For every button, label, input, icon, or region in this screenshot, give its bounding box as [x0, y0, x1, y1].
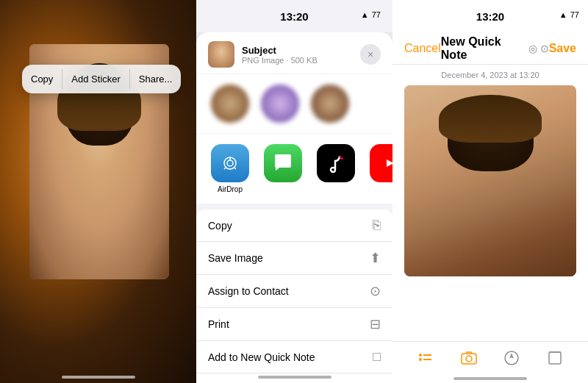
bottom-toolbar [392, 341, 588, 371]
status-bar-share: 13:20 ▲ 77 [196, 0, 392, 32]
cancel-button[interactable]: Cancel [404, 42, 441, 55]
toolbar-list-icon[interactable] [417, 349, 434, 371]
status-icons-share: ▲ 77 [361, 10, 381, 19]
status-bar-note: 13:20 ▲ 77 [392, 0, 588, 32]
battery-icon-note: 77 [570, 10, 579, 19]
sheet-header-thumbnail [208, 41, 234, 68]
action-print[interactable]: Print ⊟ [196, 308, 392, 341]
actions-list: Copy ⎘ Save Image ⬆ Assign to Contact ⊙ … [196, 210, 392, 383]
context-menu-share[interactable]: Share... [129, 69, 182, 89]
toolbar-crop-icon[interactable] [546, 349, 564, 371]
note-title-icon: ◎ [528, 43, 537, 54]
action-save-image-label: Save Image [208, 252, 263, 264]
contact-item-3[interactable] [311, 85, 349, 123]
sheet-header-text: Subject PNG Image · 500 KB [242, 45, 360, 65]
time-note: 13:20 [476, 10, 504, 23]
home-bar-note [453, 377, 527, 380]
app-youtube[interactable] [370, 144, 392, 193]
home-bar [62, 376, 135, 379]
sheet-header: Subject PNG Image · 500 KB × [196, 32, 392, 74]
airdrop-icon [211, 144, 249, 182]
action-save-image[interactable]: Save Image ⬆ [196, 242, 392, 275]
sheet-subject: Subject [242, 45, 360, 56]
context-menu: Copy Add Sticker Share... [22, 65, 181, 93]
action-print-icon: ⊟ [370, 316, 381, 332]
panel-photo: Copy Add Sticker Share... [0, 0, 196, 383]
share-sheet: Subject PNG Image · 500 KB × [196, 32, 392, 383]
apps-row: AirDrop [196, 134, 392, 204]
save-button[interactable]: Save [549, 42, 576, 55]
action-assign-icon: ⊙ [370, 283, 381, 299]
svg-rect-8 [462, 354, 476, 364]
action-copy-icon: ⎘ [373, 218, 381, 233]
action-assign-contact[interactable]: Assign to Contact ⊙ [196, 275, 392, 308]
sheet-close-button[interactable]: × [360, 44, 381, 65]
svg-point-9 [466, 356, 472, 362]
messages-icon [264, 144, 302, 182]
toolbar-navigate-icon[interactable] [503, 349, 520, 371]
app-tiktok[interactable] [317, 144, 355, 193]
contact-avatar-1 [211, 85, 249, 123]
sheet-meta: PNG Image · 500 KB [242, 56, 360, 65]
home-bar-share [258, 376, 331, 379]
contact-avatar-3 [311, 85, 349, 123]
note-image-container [404, 85, 576, 276]
context-menu-copy[interactable]: Copy [22, 69, 62, 89]
app-airdrop[interactable]: AirDrop [211, 144, 249, 193]
airdrop-label: AirDrop [218, 185, 243, 193]
action-print-label: Print [208, 318, 229, 330]
nav-title-area: New Quick Note ◎ ⊙ [441, 35, 549, 62]
svg-point-5 [419, 358, 422, 361]
note-title-share-icon: ⊙ [540, 43, 549, 54]
contacts-row [196, 74, 392, 133]
contact-avatar-2 [261, 85, 299, 123]
app-messages[interactable] [264, 144, 302, 193]
svg-point-4 [419, 354, 422, 357]
note-title: New Quick Note [441, 35, 526, 62]
status-icons-note: ▲ 77 [559, 10, 579, 19]
svg-rect-12 [549, 352, 561, 364]
action-save-image-icon: ⬆ [370, 250, 381, 266]
action-quick-note-icon: □ [373, 349, 381, 365]
nav-bar: Cancel New Quick Note ◎ ⊙ Save [392, 32, 588, 65]
action-quick-note-label: Add to New Quick Note [208, 351, 315, 363]
contact-item-1[interactable] [211, 85, 249, 123]
context-menu-sticker[interactable]: Add Sticker [62, 69, 129, 89]
youtube-icon [370, 144, 392, 182]
note-date: December 4, 2023 at 13:20 [392, 65, 588, 82]
toolbar-camera-icon[interactable] [460, 349, 478, 371]
note-image-inner [404, 85, 576, 276]
action-copy[interactable]: Copy ⎘ [196, 210, 392, 242]
tiktok-icon [317, 144, 355, 182]
time-share: 13:20 [280, 10, 308, 23]
action-quick-note[interactable]: Add to New Quick Note □ [196, 341, 392, 373]
nav-title-row: New Quick Note ◎ ⊙ [441, 35, 549, 62]
panel-note: 13:20 ▲ 77 Cancel New Quick Note ◎ ⊙ Sav… [392, 0, 588, 383]
svg-marker-11 [509, 353, 514, 359]
panel-share: 13:20 ▲ 77 Subject PNG Image · 500 KB × [196, 0, 392, 383]
battery-icon: 77 [372, 10, 381, 19]
contact-item-2[interactable] [261, 85, 299, 123]
action-assign-label: Assign to Contact [208, 285, 289, 297]
svg-point-1 [227, 160, 233, 166]
action-copy-label: Copy [208, 220, 232, 232]
thumbnail-face [208, 41, 234, 68]
wifi-icon: ▲ [361, 10, 369, 19]
wifi-icon-note: ▲ [559, 10, 567, 19]
